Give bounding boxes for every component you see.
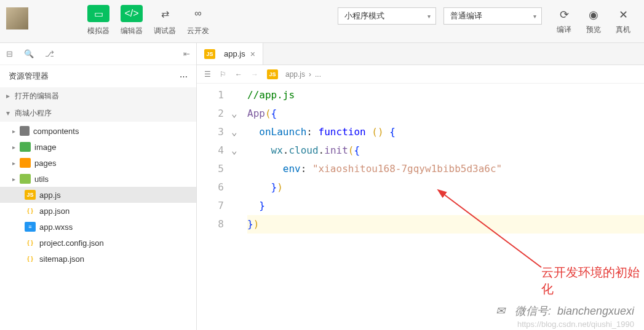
folder-icon <box>20 158 31 168</box>
watermark-label: 微信号: <box>515 304 551 318</box>
annotation-text: 云开发环境的初始化 <box>541 264 644 297</box>
phone-icon: ▭ <box>87 5 109 22</box>
chevron-right-icon: ▸ <box>12 128 20 135</box>
mode-dropdown-label: 小程序模式 <box>344 10 384 22</box>
tree-item-sitemap-json[interactable]: { }sitemap.json <box>0 251 196 267</box>
code-obj: cloud <box>288 144 318 156</box>
annotation-arrow <box>431 187 554 273</box>
code-keyword: function <box>319 126 366 138</box>
editor-pane: JS app.js × ☰ ⚐ ← → JS app.js › ... 1234… <box>197 43 644 330</box>
editor-label: 编辑器 <box>121 26 143 36</box>
device-label: 真机 <box>616 25 630 35</box>
branch-icon[interactable]: ⎇ <box>45 49 54 58</box>
cloud-icon: ∞ <box>187 5 209 22</box>
sidebar-iconbar: ⊟ 🔍 ⎇ ⇤ <box>0 43 196 65</box>
eye-icon: ◉ <box>589 5 598 25</box>
debugger-button[interactable]: ⇄ 调试器 <box>150 5 180 36</box>
tree-item-app-wxss[interactable]: ≡app.wxss <box>0 219 196 235</box>
debugger-icon: ⇄ <box>154 5 176 22</box>
tree-item-label: pages <box>34 159 56 168</box>
forward-icon[interactable]: → <box>251 70 258 79</box>
breadcrumb-item[interactable]: JS app.js › ... <box>267 69 321 79</box>
collapse-icon[interactable]: ⇤ <box>183 49 190 58</box>
open-editors-label: 打开的编辑器 <box>15 91 59 101</box>
file-icon: ≡ <box>25 222 36 232</box>
tree-item-utils[interactable]: ▸utils <box>0 171 196 187</box>
list-icon[interactable]: ☰ <box>204 70 211 79</box>
project-section[interactable]: ▾ 商城小程序 <box>0 104 196 122</box>
right-tools: ⟳ 编译 ◉ 预览 ✕ 真机 <box>549 5 638 35</box>
sidebar: ⊟ 🔍 ⎇ ⇤ 资源管理器 ⋯ ▸ 打开的编辑器 ▾ 商城小程序 ▸compon… <box>0 43 197 330</box>
chevron-right-icon: ▸ <box>12 160 20 167</box>
editor-button[interactable]: </> 编辑器 <box>117 5 146 36</box>
tree-item-compontents[interactable]: ▸compontents <box>0 123 196 139</box>
folder-icon <box>20 126 30 136</box>
wechat-icon: ✉ <box>493 303 509 319</box>
breadcrumb: ☰ ⚐ ← → JS app.js › ... <box>197 65 644 84</box>
file-icon: { } <box>25 206 36 216</box>
compile-label: 编译 <box>557 25 571 35</box>
watermark: ✉ 微信号: bianchengxuexi <box>493 303 634 319</box>
chevron-right-icon: ▸ <box>6 92 15 100</box>
sidebar-title: 资源管理器 <box>9 71 49 82</box>
search-icon[interactable]: 🔍 <box>24 49 34 58</box>
tree-item-label: sitemap.json <box>39 254 84 264</box>
tree-item-app-js[interactable]: JSapp.js <box>0 187 196 203</box>
tree-item-label: project.config.json <box>39 238 104 248</box>
code-icon: </> <box>121 5 143 22</box>
code-obj: wx <box>271 144 283 156</box>
tree-item-label: app.json <box>39 206 70 216</box>
open-editors-section[interactable]: ▸ 打开的编辑器 <box>0 87 196 104</box>
tree-item-project-config-json[interactable]: { }project.config.json <box>0 235 196 251</box>
code-comment: //app.js <box>247 89 295 101</box>
more-icon[interactable]: ⋯ <box>180 72 188 81</box>
svg-line-0 <box>443 194 541 267</box>
js-icon: JS <box>267 69 278 79</box>
chevron-right-icon: ▸ <box>12 176 20 183</box>
mode-dropdown[interactable]: 小程序模式 <box>338 7 436 25</box>
main-area: ⊟ 🔍 ⎇ ⇤ 资源管理器 ⋯ ▸ 打开的编辑器 ▾ 商城小程序 ▸compon… <box>0 43 644 330</box>
breadcrumb-sep: › <box>309 70 311 79</box>
code-area[interactable]: 12345678 ⌄⌄⌄ //app.js App({ onLaunch: fu… <box>197 84 644 234</box>
js-icon: JS <box>204 49 215 59</box>
compile-dropdown[interactable]: 普通编译 <box>443 7 542 25</box>
file-tree: ▸compontents▸image▸pages▸utilsJSapp.js{ … <box>0 122 196 268</box>
file-icon: { } <box>25 238 36 248</box>
compile-button[interactable]: ⟳ 编译 <box>549 5 579 35</box>
preview-label: 预览 <box>586 25 601 35</box>
tree-item-label: app.wxss <box>39 222 73 232</box>
cloud-label: 云开发 <box>187 26 209 36</box>
tab-appjs[interactable]: JS app.js × <box>197 43 263 65</box>
tree-item-image[interactable]: ▸image <box>0 139 196 155</box>
back-icon[interactable]: ← <box>235 70 242 79</box>
avatar[interactable] <box>6 7 28 29</box>
refresh-icon: ⟳ <box>560 5 569 25</box>
code-string: "xiaoshitou168-7gqyw1bibb5d3a6c" <box>312 163 502 175</box>
tree-item-label: compontents <box>33 127 79 136</box>
preview-button[interactable]: ◉ 预览 <box>579 5 608 35</box>
tool-group-left: ▭ 模拟器 </> 编辑器 ⇄ 调试器 ∞ 云开发 <box>84 5 213 36</box>
sidebar-header: 资源管理器 ⋯ <box>0 65 196 87</box>
tree-item-app-json[interactable]: { }app.json <box>0 203 196 219</box>
device-icon: ✕ <box>619 5 628 25</box>
chevron-right-icon: ▸ <box>12 144 20 151</box>
simulator-label: 模拟器 <box>87 26 109 36</box>
tab-label: app.js <box>224 49 245 58</box>
folder-icon <box>20 174 31 184</box>
watermark-value: bianchengxuexi <box>557 305 634 318</box>
tree-item-label: image <box>34 143 56 152</box>
editor-tabs: JS app.js × <box>197 43 644 65</box>
simulator-button[interactable]: ▭ 模拟器 <box>84 5 113 36</box>
close-icon[interactable]: × <box>250 49 255 59</box>
fold-column: ⌄⌄⌄ <box>231 86 247 234</box>
project-name-label: 商城小程序 <box>15 108 52 119</box>
tree-item-label: app.js <box>39 191 61 200</box>
device-button[interactable]: ✕ 真机 <box>608 5 638 35</box>
tree-item-pages[interactable]: ▸pages <box>0 155 196 171</box>
cloud-button[interactable]: ∞ 云开发 <box>183 5 213 36</box>
list-icon[interactable]: ⊟ <box>6 49 13 58</box>
bookmark-icon[interactable]: ⚐ <box>220 70 226 79</box>
folder-icon <box>20 142 31 152</box>
chevron-down-icon: ▾ <box>6 109 15 117</box>
top-toolbar: ▭ 模拟器 </> 编辑器 ⇄ 调试器 ∞ 云开发 小程序模式 普通编译 ⟳ 编… <box>0 0 644 43</box>
